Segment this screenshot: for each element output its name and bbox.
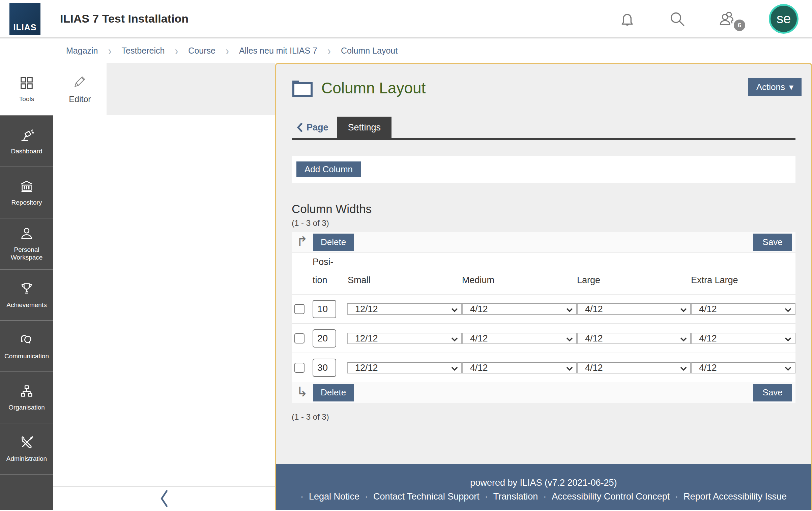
tab-underline — [292, 138, 795, 140]
position-input[interactable] — [313, 329, 336, 348]
breadcrumb-testbereich[interactable]: Testbereich — [122, 46, 165, 56]
chat-bubbles-icon — [19, 332, 34, 348]
table-row: 12/12 4/12 4/12 4/12 — [292, 353, 795, 382]
row-checkbox[interactable] — [294, 304, 304, 314]
caret-down-icon: ▾ — [789, 82, 793, 92]
result-range-bottom: (1 - 3 of 3) — [292, 412, 795, 422]
extra-large-width-select[interactable]: 4/12 — [691, 333, 795, 344]
dot-separator: · — [543, 491, 546, 502]
breadcrumb-course[interactable]: Course — [188, 46, 215, 56]
arrow-down-right-icon: ↳ — [296, 385, 308, 398]
large-width-select[interactable]: 4/12 — [577, 303, 691, 315]
tab-back-to-page[interactable]: Page — [292, 117, 337, 138]
save-button-bottom[interactable]: Save — [753, 384, 792, 401]
column-header-extra-large: Extra Large — [691, 271, 795, 289]
main-sidebar: Tools Dashboard Repository Personal Work… — [0, 63, 53, 510]
page-footer: powered by ILIAS (v7.2 2021-06-25) · Leg… — [276, 464, 811, 510]
sidebar-item-repository[interactable]: Repository — [0, 167, 53, 218]
breadcrumb-alles-neu[interactable]: Alles neu mit ILIAS 7 — [239, 46, 317, 56]
sidebar-item-label: Dashboard — [9, 148, 45, 155]
collapse-editor-panel-button[interactable] — [53, 486, 275, 510]
header-actions: 6 se — [618, 4, 799, 34]
column-header-position: Posi- tion — [313, 253, 347, 289]
trophy-icon — [19, 281, 34, 297]
tools-slate-background — [107, 63, 275, 115]
sidebar-item-personal-workspace[interactable]: Personal Workspace — [0, 218, 53, 269]
column-header-small: Small — [347, 271, 462, 289]
footer-link-report-accessibility[interactable]: Report Accessibility Issue — [684, 491, 787, 502]
sidebar-item-partial — [0, 474, 53, 510]
tools-grid-icon — [19, 75, 34, 91]
chevron-right-icon: › — [226, 43, 229, 58]
footer-link-translation[interactable]: Translation — [493, 491, 538, 502]
delete-button-top[interactable]: Delete — [313, 234, 354, 251]
breadcrumb-column-layout[interactable]: Column Layout — [341, 46, 398, 56]
footer-link-accessibility-concept[interactable]: Accessibility Control Concept — [552, 491, 670, 502]
medium-width-select[interactable]: 4/12 — [462, 303, 577, 315]
sidebar-item-label: Administration — [4, 455, 49, 463]
tab-settings-label: Settings — [348, 122, 381, 133]
save-button-top[interactable]: Save — [753, 234, 792, 251]
desk-lamp-icon — [19, 127, 34, 143]
sidebar-item-organisation[interactable]: Organisation — [0, 371, 53, 423]
sidebar-item-label: Personal Workspace — [0, 246, 53, 262]
column-widths-table: Posi- tion Small Medium Large Extra Larg… — [292, 253, 795, 382]
editor-tool-tile[interactable]: Editor — [53, 63, 107, 115]
footer-link-legal-notice[interactable]: Legal Notice — [309, 491, 359, 502]
breadcrumb-magazin[interactable]: Magazin — [66, 46, 98, 56]
ilias-logo[interactable]: ILIAS — [9, 3, 40, 35]
column-header-medium: Medium — [462, 271, 577, 289]
dot-separator: · — [675, 491, 678, 502]
large-width-select[interactable]: 4/12 — [577, 362, 691, 373]
sidebar-item-administration[interactable]: Administration — [0, 423, 53, 474]
notifications-bell-icon[interactable] — [618, 9, 637, 28]
content-panel: Column Layout Actions ▾ Page Settings — [275, 63, 812, 510]
person-icon — [19, 226, 34, 241]
dot-separator: · — [485, 491, 488, 502]
footer-link-contact-support[interactable]: Contact Technical Support — [373, 491, 480, 502]
sidebar-item-label: Repository — [9, 199, 44, 207]
row-checkbox[interactable] — [294, 333, 304, 343]
small-width-select[interactable]: 12/12 — [347, 362, 462, 373]
add-column-button[interactable]: Add Column — [296, 161, 361, 177]
footer-links: · Legal Notice · Contact Technical Suppo… — [276, 491, 811, 502]
org-chart-icon — [19, 384, 34, 399]
online-users-icon[interactable]: 6 — [718, 9, 736, 28]
medium-width-select[interactable]: 4/12 — [462, 333, 577, 344]
sidebar-item-tools[interactable]: Tools — [0, 63, 53, 115]
result-range-top: (1 - 3 of 3) — [292, 218, 795, 228]
dot-separator: · — [365, 491, 368, 502]
page-title: Column Layout — [321, 79, 426, 97]
column-widths-heading: Column Widths — [292, 202, 795, 216]
delete-button-bottom[interactable]: Delete — [313, 384, 354, 401]
sidebar-item-label: Organisation — [6, 404, 47, 412]
tab-back-label: Page — [307, 122, 328, 133]
sidebar-item-label: Tools — [17, 95, 36, 103]
top-header: ILIAS ILIAS 7 Test Installation 6 se — [0, 0, 812, 38]
small-width-select[interactable]: 12/12 — [347, 333, 462, 344]
tab-settings[interactable]: Settings — [337, 117, 392, 138]
position-input[interactable] — [313, 300, 336, 318]
sidebar-item-dashboard[interactable]: Dashboard — [0, 115, 53, 167]
extra-large-width-select[interactable]: 4/12 — [691, 362, 795, 373]
editor-workspace: Editor — [53, 63, 275, 510]
small-width-select[interactable]: 12/12 — [347, 303, 462, 315]
sidebar-item-communication[interactable]: Communication — [0, 320, 53, 371]
row-checkbox[interactable] — [294, 363, 304, 373]
large-width-select[interactable]: 4/12 — [577, 333, 691, 344]
table-toolbar-bottom: ↳ Delete Save — [292, 382, 795, 403]
extra-large-width-select[interactable]: 4/12 — [691, 303, 795, 315]
breadcrumb: Magazin › Testbereich › Course › Alles n… — [0, 38, 812, 63]
column-layout-object-icon — [292, 79, 313, 97]
position-input[interactable] — [313, 359, 336, 377]
actions-label: Actions — [756, 82, 785, 92]
repository-building-icon — [19, 179, 34, 194]
table-toolbar-top: ↱ Delete Save — [292, 232, 795, 253]
add-column-section: Add Column — [292, 156, 795, 183]
chevron-right-icon: › — [108, 43, 112, 58]
actions-dropdown-button[interactable]: Actions ▾ — [748, 78, 802, 96]
sidebar-item-achievements[interactable]: Achievements — [0, 269, 53, 320]
search-icon[interactable] — [668, 9, 687, 28]
medium-width-select[interactable]: 4/12 — [462, 362, 577, 373]
user-avatar[interactable]: se — [769, 4, 799, 34]
